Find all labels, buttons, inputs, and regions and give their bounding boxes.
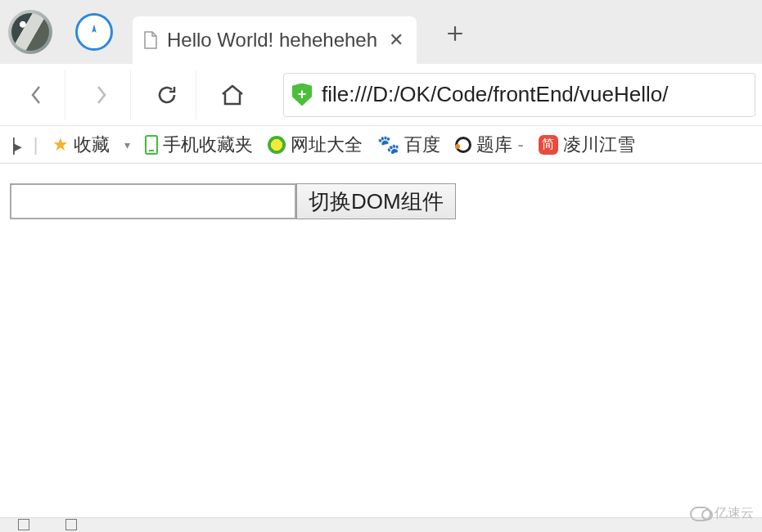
watermark: 亿速云: [690, 505, 754, 522]
devtools-checkbox-2[interactable]: [65, 519, 77, 530]
site-directory-button[interactable]: 网址大全: [268, 133, 363, 157]
star-icon: ★: [52, 134, 69, 156]
sidebar-toggle-icon[interactable]: |▶: [11, 134, 19, 156]
tiku-button[interactable]: 题库 -: [455, 133, 523, 157]
devtools-bar: [0, 517, 762, 532]
chevron-right-icon: [93, 83, 110, 106]
devtools-checkbox-1[interactable]: [18, 519, 29, 530]
bookmarks-bar: |▶ | ★ 收藏 ▾ 手机收藏夹 网址大全 🐾 百度 题库 - 简 凌川江雪: [0, 126, 762, 164]
360-icon: [268, 136, 286, 154]
site-directory-label: 网址大全: [291, 133, 363, 157]
tab-title: Hello World! heheheheh: [167, 29, 377, 52]
home-button[interactable]: [203, 70, 262, 119]
home-icon: [219, 83, 246, 107]
navbar: + file:///D:/OK/Code/frontEnd/vueHello/: [0, 64, 762, 126]
plus-icon: [445, 24, 465, 43]
page-content: 切换DOM组件: [0, 164, 762, 219]
tiku-suffix: -: [517, 134, 523, 156]
devtools-controls: [0, 517, 95, 532]
lingchuan-label: 凌川江雪: [563, 133, 635, 157]
titlebar: Hello World! heheheheh ✕: [0, 0, 762, 64]
browser-tab[interactable]: Hello World! heheheheh ✕: [133, 16, 417, 64]
mobile-favorites-label: 手机收藏夹: [163, 133, 253, 157]
back-button[interactable]: [7, 70, 65, 119]
watermark-text: 亿速云: [715, 505, 754, 522]
text-input[interactable]: [10, 183, 296, 219]
profile-avatar[interactable]: [8, 10, 52, 54]
file-icon: [142, 30, 159, 50]
tab-close-button[interactable]: ✕: [389, 29, 404, 51]
new-tab-button[interactable]: [436, 15, 474, 52]
compass-icon: [85, 23, 103, 41]
separator: |: [34, 134, 38, 156]
ring-icon: [455, 137, 471, 153]
favorites-label: 收藏: [74, 133, 110, 157]
address-bar[interactable]: + file:///D:/OK/Code/frontEnd/vueHello/: [283, 73, 755, 117]
baidu-label: 百度: [404, 133, 440, 157]
mobile-favorites-button[interactable]: 手机收藏夹: [145, 133, 253, 157]
security-shield-icon: +: [292, 83, 312, 106]
tiku-label: 题库: [476, 133, 512, 157]
forward-button[interactable]: [72, 70, 131, 119]
favorites-dropdown-icon[interactable]: ▾: [124, 138, 130, 151]
chevron-left-icon: [28, 83, 44, 106]
phone-icon: [145, 135, 158, 155]
toggle-dom-button[interactable]: 切换DOM组件: [296, 183, 456, 219]
reload-icon: [155, 83, 179, 107]
paw-icon: 🐾: [377, 134, 399, 156]
url-text: file:///D:/OK/Code/frontEnd/vueHello/: [322, 82, 668, 107]
favorites-button[interactable]: ★ 收藏: [52, 133, 110, 157]
compass-button[interactable]: [75, 13, 113, 51]
cloud-icon: [690, 507, 711, 521]
jian-icon: 简: [539, 135, 558, 155]
baidu-button[interactable]: 🐾 百度: [377, 133, 440, 157]
lingchuan-button[interactable]: 简 凌川江雪: [539, 133, 635, 157]
reload-button[interactable]: [138, 70, 196, 119]
